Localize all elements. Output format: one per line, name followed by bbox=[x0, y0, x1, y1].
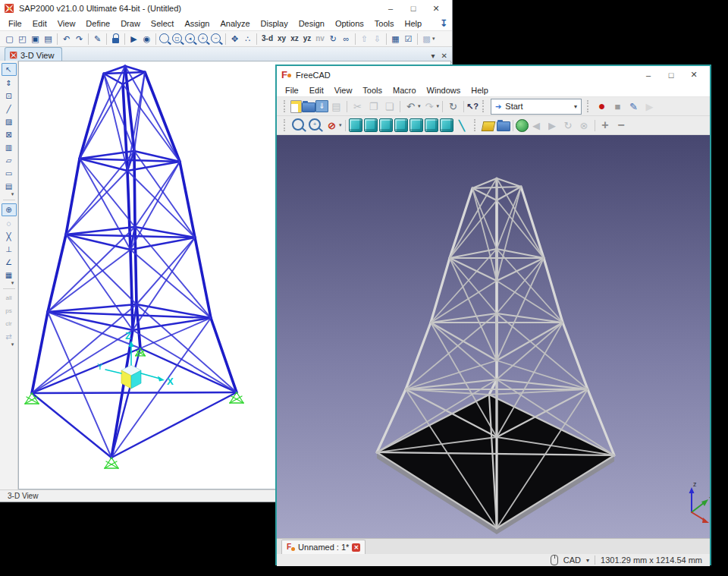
sap-titlebar[interactable]: SAP2000 v21.0.0 Ultimate 64-bit - (Untit… bbox=[0, 0, 452, 17]
select-pointer[interactable]: ↖ bbox=[2, 63, 17, 76]
snap-to-lines[interactable]: ∠ bbox=[2, 257, 16, 268]
menu-edit[interactable]: Edit bbox=[304, 84, 329, 96]
measure-distance[interactable]: ╲ bbox=[454, 118, 470, 133]
zoom-out[interactable]: − bbox=[613, 118, 629, 133]
view-yz[interactable]: yz bbox=[301, 33, 314, 45]
reshape-object[interactable]: ⇕ bbox=[2, 77, 16, 89]
snap-to-grid[interactable]: ▦ bbox=[2, 269, 16, 281]
undo[interactable]: ↶ bbox=[403, 99, 419, 114]
view-xz[interactable]: xz bbox=[288, 33, 301, 45]
restore-full-view[interactable]: ◻ bbox=[172, 33, 182, 43]
workbench-selector[interactable]: ➔ Start ▾ bbox=[491, 99, 582, 115]
menu-tools[interactable]: Tools bbox=[369, 17, 400, 30]
zoom-out[interactable]: − bbox=[211, 33, 221, 43]
quick-draw-frame[interactable]: ▨ bbox=[2, 116, 16, 127]
draw-poly-area[interactable]: ▱ bbox=[2, 155, 16, 166]
maximize-button[interactable]: □ bbox=[660, 68, 682, 82]
redo[interactable]: ↷ bbox=[73, 33, 86, 45]
snap-to-perpendicular[interactable]: ⊥ bbox=[2, 244, 16, 255]
menu-file[interactable]: File bbox=[3, 17, 27, 30]
macro-stop[interactable]: ■ bbox=[610, 99, 626, 114]
std-part-icon[interactable] bbox=[481, 121, 495, 131]
view-front-icon[interactable] bbox=[364, 118, 378, 132]
close-doc-icon[interactable]: ✕ bbox=[352, 543, 360, 552]
view-xy[interactable]: xy bbox=[275, 33, 288, 45]
menu-options[interactable]: Options bbox=[330, 17, 369, 30]
menu-help[interactable]: Help bbox=[466, 84, 494, 96]
menu-help[interactable]: Help bbox=[400, 17, 428, 30]
fit-all-icon[interactable] bbox=[292, 118, 304, 131]
menu-draw[interactable]: Draw bbox=[115, 17, 146, 30]
menu-display[interactable]: Display bbox=[256, 17, 293, 30]
quick-draw-area[interactable]: ▤ bbox=[2, 181, 16, 192]
view-bottom-icon[interactable] bbox=[425, 118, 438, 132]
freecad-3d-viewport[interactable]: zYX bbox=[277, 135, 710, 538]
menu-assign[interactable]: Assign bbox=[179, 17, 215, 30]
view-3d[interactable]: 3-d bbox=[259, 33, 275, 45]
open-model[interactable]: ◰ bbox=[16, 33, 29, 45]
fit-selection[interactable]: + bbox=[309, 118, 321, 131]
toolbar-grip[interactable] bbox=[587, 100, 590, 112]
invert-selection-dropdown-icon[interactable]: ▾ bbox=[11, 342, 14, 348]
undo-dropdown-icon[interactable]: ▾ bbox=[418, 103, 421, 109]
draw-special-joint[interactable]: ⊡ bbox=[2, 90, 16, 102]
view-left-icon[interactable] bbox=[440, 118, 453, 132]
zoom-in[interactable]: + bbox=[598, 118, 613, 133]
view-tab-3d[interactable]: 3-D View bbox=[5, 47, 62, 62]
view-top-icon[interactable] bbox=[379, 118, 393, 132]
close-button[interactable]: ✕ bbox=[425, 2, 447, 15]
undo[interactable]: ↶ bbox=[60, 33, 73, 45]
doc-tab-unnamed[interactable]: F Unnamed : 1* ✕ bbox=[281, 540, 366, 554]
web-home-icon[interactable] bbox=[516, 119, 529, 132]
draw-style-dropdown-icon[interactable]: ▾ bbox=[339, 122, 342, 128]
menu-define[interactable]: Define bbox=[80, 17, 115, 30]
set-display-options[interactable]: ▦ bbox=[389, 33, 402, 45]
run-animation[interactable]: ◉ bbox=[140, 33, 153, 45]
rubber-band-zoom-icon[interactable] bbox=[159, 33, 169, 43]
menu-design[interactable]: Design bbox=[293, 17, 330, 30]
toolbar-grip[interactable] bbox=[482, 100, 485, 112]
object-shrink-toggle[interactable]: ∴ bbox=[241, 33, 254, 45]
macro-edit[interactable]: ✎ bbox=[626, 99, 642, 114]
macro-record[interactable]: ● bbox=[594, 99, 610, 114]
menu-view[interactable]: View bbox=[52, 17, 81, 30]
snap-to-joints[interactable]: ⊕ bbox=[2, 203, 17, 216]
download-arrow-icon[interactable]: ↧ bbox=[440, 18, 447, 29]
whats-this[interactable]: ↖? bbox=[466, 99, 479, 114]
view-rear-icon[interactable] bbox=[410, 118, 423, 132]
quick-draw-area-dropdown-icon[interactable]: ▾ bbox=[11, 191, 14, 197]
menu-analyze[interactable]: Analyze bbox=[215, 17, 255, 30]
print[interactable]: ▤ bbox=[42, 33, 55, 45]
close-button[interactable]: ✕ bbox=[682, 68, 705, 82]
rotate-3d-view[interactable]: ↻ bbox=[327, 33, 340, 45]
run-analysis[interactable]: ▶ bbox=[127, 33, 140, 45]
lock-model-icon[interactable] bbox=[109, 33, 122, 45]
view-isometric-icon[interactable] bbox=[349, 118, 362, 132]
view-right-icon[interactable] bbox=[394, 118, 408, 132]
close-view-icon[interactable]: ✕ bbox=[441, 52, 447, 60]
toolbar-grip[interactable] bbox=[474, 119, 477, 131]
previous-zoom[interactable]: ◂ bbox=[185, 33, 195, 43]
toolbar-grip[interactable] bbox=[284, 119, 287, 131]
pan[interactable]: ✥ bbox=[228, 33, 241, 45]
quick-draw-braces[interactable]: ⊠ bbox=[2, 129, 16, 140]
assign-check[interactable]: ☑ bbox=[402, 33, 415, 45]
snap-to-grid-dropdown-icon[interactable]: ▾ bbox=[11, 280, 14, 286]
save-model[interactable]: ▣ bbox=[29, 33, 42, 45]
toolbar-grip[interactable] bbox=[284, 100, 287, 112]
open-document-icon[interactable] bbox=[302, 102, 315, 112]
save-document[interactable]: ⇓ bbox=[315, 100, 328, 112]
menu-select[interactable]: Select bbox=[146, 17, 180, 30]
menu-windows[interactable]: Windows bbox=[422, 84, 466, 96]
draw-style[interactable]: ⊘ bbox=[324, 118, 340, 133]
chevron-down-icon[interactable]: ▾ bbox=[586, 557, 589, 564]
zoom-in[interactable]: + bbox=[198, 33, 208, 43]
freecad-titlebar[interactable]: F FreeCAD – □ ✕ bbox=[277, 66, 710, 83]
chevron-down-icon[interactable]: ▾ bbox=[431, 52, 435, 60]
maximize-button[interactable]: □ bbox=[402, 2, 425, 15]
minimize-button[interactable]: – bbox=[379, 2, 402, 15]
navigation-style-value[interactable]: CAD bbox=[563, 556, 581, 565]
menu-edit[interactable]: Edit bbox=[27, 17, 52, 30]
draw-frame[interactable]: ╱ bbox=[2, 103, 16, 115]
std-group-icon[interactable] bbox=[497, 121, 510, 131]
